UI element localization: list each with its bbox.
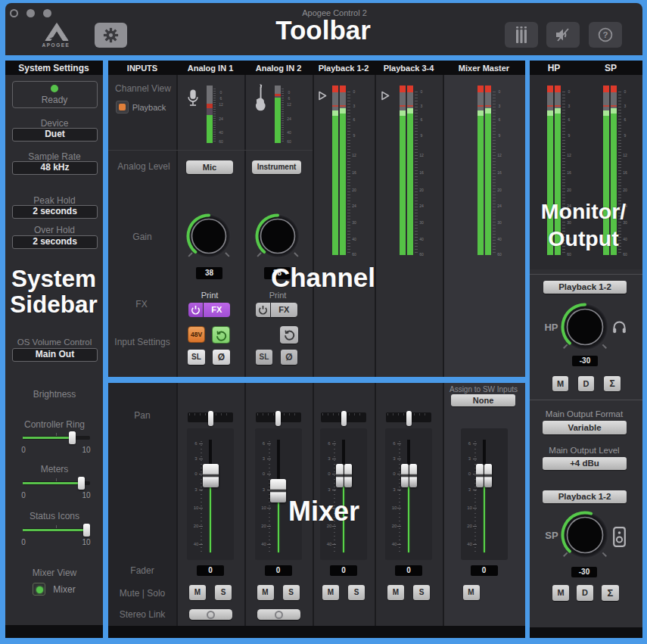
svg-text:?: ? — [602, 30, 608, 39]
